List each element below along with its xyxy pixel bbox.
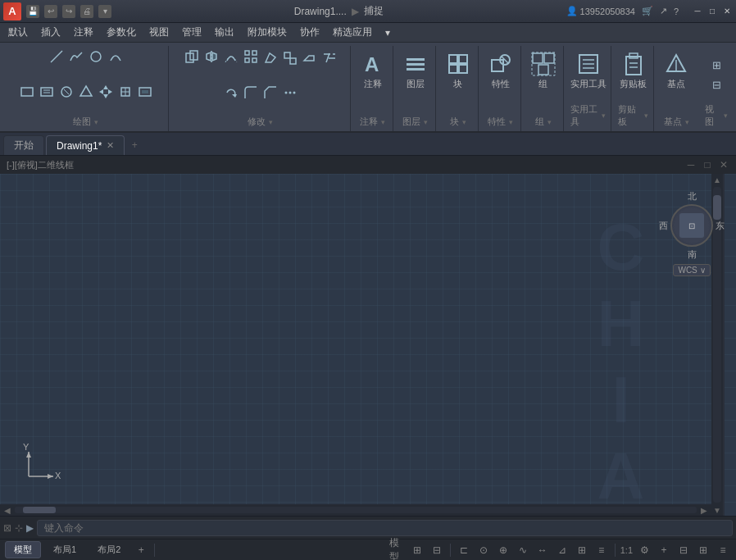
erase-btn[interactable] (261, 49, 279, 67)
utility-large-btn[interactable]: 实用工具 (570, 48, 607, 93)
menu-addons[interactable]: 附加模块 (241, 24, 293, 42)
circle-btn[interactable] (87, 48, 105, 66)
status-model-btn[interactable]: 模型 (389, 542, 406, 558)
menu-view[interactable]: 视图 (143, 24, 175, 42)
status-ortho-btn[interactable]: ⊏ (456, 542, 472, 558)
fillet-btn[interactable] (242, 84, 260, 102)
menu-output[interactable]: 输出 (208, 24, 241, 42)
vp-close-btn[interactable]: ✕ (718, 159, 729, 171)
panel-annotation-label[interactable]: 注释 ▾ (357, 114, 388, 130)
arc-btn[interactable] (107, 48, 125, 66)
boundary-btn[interactable] (77, 83, 95, 101)
quick-access-redo[interactable]: ↪ (62, 5, 75, 18)
polyline-btn[interactable] (67, 48, 85, 66)
help-btn[interactable]: ? (674, 7, 679, 16)
panel-basepoint-label[interactable]: 基点 ▾ (661, 114, 692, 130)
add-layout-btn[interactable]: + (133, 542, 149, 558)
close-btn[interactable]: ✕ (721, 6, 733, 17)
view-collapse-btn[interactable]: ⊟ (707, 75, 725, 93)
status-3dosnap-btn[interactable]: ∿ (515, 542, 531, 558)
panel-group-label[interactable]: 组 ▾ (528, 114, 558, 130)
tab-drawing1[interactable]: Drawing1* ✕ (46, 135, 125, 155)
panel-modify-label[interactable]: 修改 ▾ (175, 114, 345, 130)
status-settings-btn[interactable]: ⚙ (636, 542, 652, 558)
status-lweight-btn[interactable]: ≡ (593, 542, 610, 558)
scroll-right-btn[interactable]: ▶ (698, 505, 710, 515)
scroll-left-btn[interactable]: ◀ (2, 505, 13, 515)
panel-utility-label[interactable]: 实用工具 ▾ (570, 102, 606, 130)
panel-layer-label[interactable]: 图层 ▾ (400, 114, 430, 130)
status-viewport-btn[interactable]: ⊞ (695, 542, 711, 558)
chamfer-btn[interactable] (261, 84, 279, 102)
scroll-up-btn[interactable]: ▲ (711, 174, 723, 185)
status-ducs-btn[interactable]: ⊿ (554, 542, 570, 558)
vp-restore-btn[interactable]: □ (702, 159, 713, 171)
array-btn[interactable] (242, 48, 260, 66)
status-osnap-btn[interactable]: ⊕ (495, 542, 511, 558)
basepoint-large-btn[interactable]: 基点 (658, 48, 694, 93)
status-tab-layout2[interactable]: 布局2 (89, 541, 129, 558)
tab-start[interactable]: 开始 (3, 135, 44, 155)
status-otrack-btn[interactable]: ↔ (534, 542, 551, 558)
cmd-icon-1[interactable]: ⊠ (3, 522, 11, 534)
h-scroll-thumb[interactable] (23, 507, 56, 513)
user-label[interactable]: 👤 13952050834 (566, 6, 635, 16)
menu-insert[interactable]: 插入 (34, 24, 67, 42)
block-large-btn[interactable]: 块 (440, 48, 476, 93)
gradient-btn[interactable] (57, 83, 75, 101)
quick-access-more[interactable]: ▾ (98, 5, 111, 18)
view-label-row[interactable]: 视图 ▾ (705, 102, 728, 130)
status-add-btn[interactable]: + (656, 542, 672, 558)
menu-annotation[interactable]: 注释 (67, 24, 100, 42)
status-grid-btn[interactable]: ⊞ (409, 542, 425, 558)
menu-manage[interactable]: 管理 (175, 24, 208, 42)
mirror-btn[interactable] (202, 48, 220, 66)
quick-access-undo[interactable]: ↩ (44, 5, 57, 18)
menu-default[interactable]: 默认 (2, 24, 34, 42)
cart-btn[interactable]: 🛒 (642, 6, 653, 16)
canvas-area[interactable]: CHIA 北 ⊡ 西 东 南 WCS ∨ (0, 174, 736, 516)
rect-btn[interactable] (18, 83, 36, 101)
scale-btn[interactable] (281, 49, 299, 67)
status-snap2-btn[interactable]: ⊟ (675, 542, 692, 558)
menu-featured[interactable]: 精选应用 (326, 24, 379, 42)
group-large-btn[interactable]: 组 (525, 48, 561, 93)
status-tab-model[interactable]: 模型 (5, 541, 41, 558)
status-polar-btn[interactable]: ⊙ (475, 542, 492, 558)
stretch-btn[interactable] (301, 49, 319, 67)
quick-access-save[interactable]: 💾 (26, 5, 39, 18)
menu-parametric[interactable]: 参数化 (100, 24, 143, 42)
move-btn[interactable] (97, 83, 115, 101)
region-btn[interactable] (136, 83, 154, 101)
trim-btn[interactable] (320, 49, 338, 67)
quick-access-print[interactable]: 🖨 (80, 5, 93, 18)
status-more-btn[interactable]: ≡ (715, 542, 731, 558)
restore-btn[interactable]: □ (706, 6, 718, 17)
minimize-btn[interactable]: ─ (692, 6, 703, 17)
menu-collab[interactable]: 协作 (293, 24, 326, 42)
share-btn[interactable]: ↗ (660, 6, 667, 16)
vp-minimize-btn[interactable]: ─ (685, 159, 697, 171)
properties-large-btn[interactable]: 特性 (483, 48, 519, 93)
copy-btn[interactable] (183, 48, 201, 66)
tab-add-btn[interactable]: + (126, 137, 143, 153)
more-modify-btn[interactable] (281, 84, 299, 102)
hatch-btn[interactable] (38, 83, 56, 101)
rotate-btn[interactable] (222, 84, 240, 102)
command-input[interactable] (37, 520, 733, 536)
clipboard-large-btn[interactable]: 剪贴板 (616, 48, 652, 93)
horizontal-scrollbar[interactable]: ◀ ▶ (0, 504, 711, 516)
view-expand-btn[interactable]: ⊞ (707, 56, 725, 74)
wcs-label[interactable]: WCS ∨ (673, 264, 710, 276)
panel-drawing-label[interactable]: 绘图 ▾ (8, 114, 163, 130)
annotation-large-btn[interactable]: A 注释 (355, 48, 391, 93)
scroll-down-btn[interactable]: ▼ (711, 504, 723, 516)
tab-drawing1-close[interactable]: ✕ (107, 140, 114, 151)
status-snap-btn[interactable]: ⊟ (429, 542, 445, 558)
cmd-icon-2[interactable]: ⊹ (15, 522, 23, 534)
offset-btn[interactable] (222, 48, 240, 66)
status-tab-layout1[interactable]: 布局1 (44, 541, 85, 558)
panel-properties-label[interactable]: 特性 ▾ (485, 114, 516, 130)
menu-more[interactable]: ▾ (379, 24, 397, 42)
line-btn[interactable] (48, 48, 66, 66)
